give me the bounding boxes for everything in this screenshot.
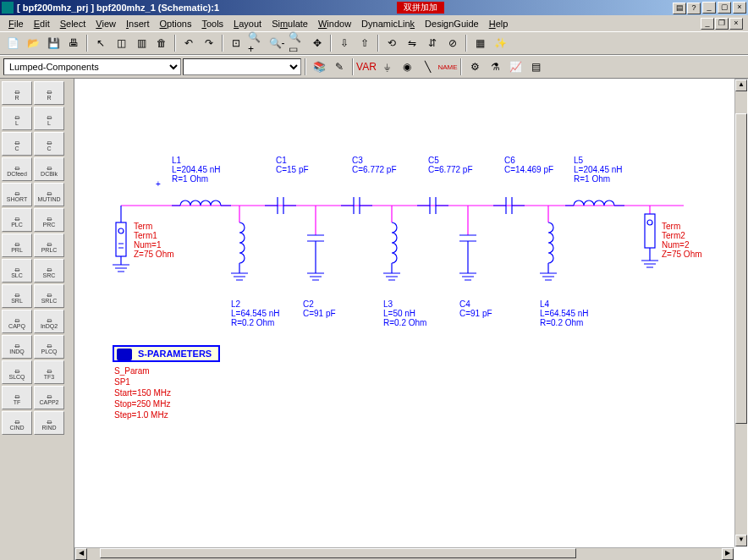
simulate-button[interactable]: ⚙ — [465, 58, 484, 76]
horizontal-scrollbar[interactable]: ◀▶ — [74, 547, 734, 560]
palette-indq2[interactable]: ⏛InDQ2 — [34, 310, 64, 333]
layout-button[interactable]: ▦ — [470, 34, 489, 52]
menu-file[interactable]: File — [3, 17, 29, 30]
svg-text:C4C=91 pF: C4C=91 pF — [459, 299, 492, 318]
menu-help[interactable]: Help — [484, 17, 514, 30]
menu-window[interactable]: Window — [313, 17, 356, 30]
simulation-block-title: S-PARAMETERS — [113, 345, 220, 362]
edit-comp-button[interactable]: ✎ — [330, 58, 349, 76]
port-button[interactable]: ◉ — [398, 58, 416, 76]
push-button[interactable]: ⇩ — [335, 34, 354, 52]
palette-plcq[interactable]: ⏛PLCQ — [34, 335, 64, 359]
browse-lib-button[interactable]: 📚 — [310, 58, 328, 76]
palette-prl[interactable]: ⏛PRL — [2, 233, 32, 257]
palette-srl[interactable]: ⏛SRL — [2, 284, 32, 308]
name-button[interactable]: NAME — [438, 58, 457, 76]
palette-plc[interactable]: ⏛PLC — [2, 208, 32, 232]
palette-r[interactable]: ⏛R — [2, 81, 32, 105]
palette-src[interactable]: ⏛SRC — [34, 259, 64, 283]
palette-dcblk[interactable]: ⏛DCBlk — [34, 157, 64, 181]
vertical-scrollbar[interactable]: ▲▼ — [734, 79, 748, 547]
app-icon — [2, 2, 14, 14]
palette-tf[interactable]: ⏛TF — [2, 386, 32, 409]
mirror-y-button[interactable]: ⇵ — [423, 34, 442, 52]
menu-options[interactable]: Options — [155, 17, 197, 30]
palette-c[interactable]: ⏛C — [34, 132, 64, 156]
menu-edit[interactable]: Edit — [29, 17, 55, 30]
pointer-button[interactable]: ↖ — [91, 34, 110, 52]
palette-srlc[interactable]: ⏛SRLC — [34, 284, 64, 308]
zoom-full-button[interactable]: ⊡ — [227, 34, 245, 52]
palette-rind[interactable]: ⏛RIND — [34, 411, 64, 435]
var-button[interactable]: VAR — [357, 58, 376, 76]
lasso-button[interactable]: ◫ — [112, 34, 130, 52]
deactivate-button[interactable]: ⊘ — [443, 34, 462, 52]
title-bar: [ bpf200mhz_prj ] bpf200mhz_1 (Schematic… — [0, 0, 748, 15]
wire-button[interactable]: ╲ — [418, 58, 437, 76]
svg-point-1 — [118, 228, 124, 233]
menu-view[interactable]: View — [91, 17, 121, 30]
menu-select[interactable]: Select — [55, 17, 91, 30]
mdi-minimize-button[interactable]: _ — [701, 18, 714, 30]
window-title: [ bpf200mhz_prj ] bpf200mhz_1 (Schematic… — [17, 3, 397, 13]
palette-r[interactable]: ⏛R — [34, 81, 64, 105]
zoom-out-button[interactable]: 🔍- — [267, 34, 286, 52]
doc-help-button[interactable]: ? — [687, 3, 701, 14]
redo-button[interactable]: ↷ — [200, 34, 218, 52]
library-button[interactable]: ▥ — [132, 34, 151, 52]
menu-insert[interactable]: Insert — [121, 17, 155, 30]
minimize-button[interactable]: _ — [702, 2, 716, 14]
simulation-block[interactable]: S-PARAMETERS S_Param SP1 Start=150 MHz S… — [113, 345, 220, 424]
palette-short[interactable]: ⏛SHORT — [2, 183, 32, 206]
component-combo[interactable] — [183, 58, 301, 75]
menu-dynamiclink[interactable]: DynamicLink — [356, 17, 420, 30]
palette-prc[interactable]: ⏛PRC — [34, 208, 64, 232]
close-button[interactable]: × — [733, 2, 746, 14]
palette-capp2[interactable]: ⏛CAPP2 — [34, 386, 64, 409]
delete-button[interactable]: 🗑 — [152, 34, 171, 52]
svg-text:L3L=50 nHR=0.2 Ohm: L3L=50 nHR=0.2 Ohm — [383, 299, 426, 327]
tune-button[interactable]: ⚗ — [486, 58, 504, 76]
zoom-in-button[interactable]: 🔍+ — [247, 34, 266, 52]
palette-slcq[interactable]: ⏛SLCQ — [2, 360, 32, 384]
palette-l[interactable]: ⏛L — [2, 107, 32, 130]
print-button[interactable]: 🖶 — [64, 34, 83, 52]
svg-text:C3C=6.772 pF: C3C=6.772 pF — [352, 156, 397, 174]
menu-tools[interactable]: Tools — [196, 17, 228, 30]
maximize-button[interactable]: ▢ — [718, 2, 731, 14]
rotate-button[interactable]: ⟲ — [382, 34, 401, 52]
doc-icon-button[interactable]: ▤ — [673, 3, 686, 14]
results-button[interactable]: ▤ — [526, 58, 545, 76]
palette-indq[interactable]: ⏛INDQ — [2, 335, 32, 359]
palette-l[interactable]: ⏛L — [34, 107, 64, 130]
menu-simulate[interactable]: Simulate — [267, 17, 313, 30]
open-button[interactable]: 📂 — [24, 34, 42, 52]
pan-button[interactable]: ✥ — [308, 34, 327, 52]
palette-tf3[interactable]: ⏛TF3 — [34, 360, 64, 384]
pop-button[interactable]: ⇧ — [355, 34, 374, 52]
undo-button[interactable]: ↶ — [179, 34, 198, 52]
palette-combo[interactable]: Lumped-Components — [3, 58, 181, 75]
palette-prlc[interactable]: ⏛PRLC — [34, 233, 64, 257]
svg-rect-0 — [116, 222, 126, 256]
mdi-close-button[interactable]: × — [729, 18, 743, 30]
palette-mutind[interactable]: ⏛MUTIND — [34, 183, 64, 206]
palette-slc[interactable]: ⏛SLC — [2, 259, 32, 283]
palette-cind[interactable]: ⏛CIND — [2, 411, 32, 435]
datadisplay-button[interactable]: 📈 — [506, 58, 525, 76]
zoom-area-button[interactable]: 🔍▭ — [288, 34, 306, 52]
save-button[interactable]: 💾 — [44, 34, 63, 52]
wand-button[interactable]: ✨ — [491, 34, 509, 52]
palette-capq[interactable]: ⏛CAPQ — [2, 310, 32, 333]
mdi-restore-button[interactable]: ❐ — [715, 18, 729, 30]
term1-label: Term Term1 Num=1 Z=75 Ohm — [134, 222, 174, 259]
palette-c[interactable]: ⏛C — [2, 132, 32, 156]
mirror-x-button[interactable]: ⇋ — [403, 34, 421, 52]
menu-designguide[interactable]: DesignGuide — [420, 17, 484, 30]
schematic-canvas[interactable]: Term Term1 Num=1 Z=75 Ohm L1 L=204.45 nH… — [74, 79, 734, 547]
canvas-area: Term Term1 Num=1 Z=75 Ohm L1 L=204.45 nH… — [74, 79, 748, 560]
menu-layout[interactable]: Layout — [228, 17, 267, 30]
ground-button[interactable]: ⏚ — [377, 58, 396, 76]
new-button[interactable]: 📄 — [3, 34, 22, 52]
palette-dcfeed[interactable]: ⏛DCfeed — [2, 157, 32, 181]
